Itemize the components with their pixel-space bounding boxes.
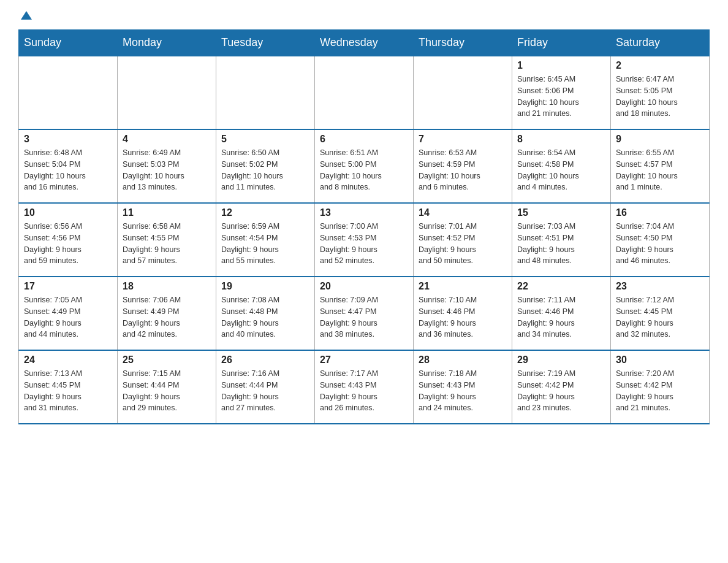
day-info: Sunrise: 7:16 AM Sunset: 4:44 PM Dayligh… xyxy=(221,368,309,414)
calendar-empty-cell xyxy=(118,56,216,129)
calendar-day-4: 4Sunrise: 6:49 AM Sunset: 5:03 PM Daylig… xyxy=(118,129,216,203)
calendar-empty-cell xyxy=(216,56,315,129)
day-number: 1 xyxy=(517,60,605,71)
calendar-day-5: 5Sunrise: 6:50 AM Sunset: 5:02 PM Daylig… xyxy=(216,129,315,203)
calendar-week-row: 24Sunrise: 7:13 AM Sunset: 4:45 PM Dayli… xyxy=(19,350,710,424)
day-info: Sunrise: 6:49 AM Sunset: 5:03 PM Dayligh… xyxy=(123,147,211,193)
day-info: Sunrise: 6:59 AM Sunset: 4:54 PM Dayligh… xyxy=(221,221,309,267)
day-number: 21 xyxy=(419,281,507,292)
weekday-header-saturday: Saturday xyxy=(611,30,710,56)
calendar-day-11: 11Sunrise: 6:58 AM Sunset: 4:55 PM Dayli… xyxy=(118,203,216,277)
day-number: 14 xyxy=(419,207,507,218)
day-info: Sunrise: 6:48 AM Sunset: 5:04 PM Dayligh… xyxy=(24,147,112,193)
day-number: 13 xyxy=(320,207,408,218)
day-number: 27 xyxy=(320,354,408,366)
calendar-day-23: 23Sunrise: 7:12 AM Sunset: 4:45 PM Dayli… xyxy=(611,277,710,350)
calendar-header-row: SundayMondayTuesdayWednesdayThursdayFrid… xyxy=(19,30,710,56)
day-number: 28 xyxy=(419,354,507,366)
weekday-header-thursday: Thursday xyxy=(414,30,512,56)
day-info: Sunrise: 7:18 AM Sunset: 4:43 PM Dayligh… xyxy=(419,368,507,414)
day-number: 24 xyxy=(24,354,112,366)
logo-triangle-icon xyxy=(20,9,33,22)
calendar-week-row: 3Sunrise: 6:48 AM Sunset: 5:04 PM Daylig… xyxy=(19,129,710,203)
day-info: Sunrise: 7:13 AM Sunset: 4:45 PM Dayligh… xyxy=(24,368,112,414)
day-info: Sunrise: 7:17 AM Sunset: 4:43 PM Dayligh… xyxy=(320,368,408,414)
day-number: 23 xyxy=(616,281,704,292)
calendar-day-16: 16Sunrise: 7:04 AM Sunset: 4:50 PM Dayli… xyxy=(611,203,710,277)
calendar-day-3: 3Sunrise: 6:48 AM Sunset: 5:04 PM Daylig… xyxy=(19,129,118,203)
day-info: Sunrise: 6:58 AM Sunset: 4:55 PM Dayligh… xyxy=(123,221,211,267)
day-number: 5 xyxy=(221,134,309,145)
calendar-table: SundayMondayTuesdayWednesdayThursdayFrid… xyxy=(18,29,710,424)
day-info: Sunrise: 7:01 AM Sunset: 4:52 PM Dayligh… xyxy=(419,221,507,267)
calendar-day-13: 13Sunrise: 7:00 AM Sunset: 4:53 PM Dayli… xyxy=(315,203,414,277)
day-number: 15 xyxy=(517,207,605,218)
calendar-day-17: 17Sunrise: 7:05 AM Sunset: 4:49 PM Dayli… xyxy=(19,277,118,350)
calendar-day-18: 18Sunrise: 7:06 AM Sunset: 4:49 PM Dayli… xyxy=(118,277,216,350)
calendar-week-row: 10Sunrise: 6:56 AM Sunset: 4:56 PM Dayli… xyxy=(19,203,710,277)
calendar-day-7: 7Sunrise: 6:53 AM Sunset: 4:59 PM Daylig… xyxy=(414,129,512,203)
day-number: 6 xyxy=(320,134,408,145)
calendar-empty-cell xyxy=(414,56,512,129)
day-info: Sunrise: 6:53 AM Sunset: 4:59 PM Dayligh… xyxy=(419,147,507,193)
day-info: Sunrise: 6:51 AM Sunset: 5:00 PM Dayligh… xyxy=(320,147,408,193)
calendar-day-8: 8Sunrise: 6:54 AM Sunset: 4:58 PM Daylig… xyxy=(512,129,611,203)
svg-marker-0 xyxy=(21,11,32,20)
calendar-day-6: 6Sunrise: 6:51 AM Sunset: 5:00 PM Daylig… xyxy=(315,129,414,203)
day-number: 30 xyxy=(616,354,704,366)
day-number: 2 xyxy=(616,60,704,71)
day-number: 4 xyxy=(123,134,211,145)
weekday-header-monday: Monday xyxy=(118,30,216,56)
day-number: 7 xyxy=(419,134,507,145)
day-info: Sunrise: 7:04 AM Sunset: 4:50 PM Dayligh… xyxy=(616,221,704,267)
day-number: 10 xyxy=(24,207,112,218)
day-info: Sunrise: 7:12 AM Sunset: 4:45 PM Dayligh… xyxy=(616,294,704,340)
calendar-day-30: 30Sunrise: 7:20 AM Sunset: 4:42 PM Dayli… xyxy=(611,350,710,424)
day-info: Sunrise: 7:08 AM Sunset: 4:48 PM Dayligh… xyxy=(221,294,309,340)
day-info: Sunrise: 6:50 AM Sunset: 5:02 PM Dayligh… xyxy=(221,147,309,193)
calendar-day-24: 24Sunrise: 7:13 AM Sunset: 4:45 PM Dayli… xyxy=(19,350,118,424)
calendar-day-9: 9Sunrise: 6:55 AM Sunset: 4:57 PM Daylig… xyxy=(611,129,710,203)
calendar-empty-cell xyxy=(19,56,118,129)
day-info: Sunrise: 6:47 AM Sunset: 5:05 PM Dayligh… xyxy=(616,74,704,120)
day-number: 3 xyxy=(24,134,112,145)
calendar-day-21: 21Sunrise: 7:10 AM Sunset: 4:46 PM Dayli… xyxy=(414,277,512,350)
day-info: Sunrise: 7:05 AM Sunset: 4:49 PM Dayligh… xyxy=(24,294,112,340)
day-number: 26 xyxy=(221,354,309,366)
day-number: 29 xyxy=(517,354,605,366)
calendar-day-22: 22Sunrise: 7:11 AM Sunset: 4:46 PM Dayli… xyxy=(512,277,611,350)
day-info: Sunrise: 6:55 AM Sunset: 4:57 PM Dayligh… xyxy=(616,147,704,193)
day-number: 20 xyxy=(320,281,408,292)
calendar-day-1: 1Sunrise: 6:45 AM Sunset: 5:06 PM Daylig… xyxy=(512,56,611,129)
day-number: 8 xyxy=(517,134,605,145)
day-info: Sunrise: 7:09 AM Sunset: 4:47 PM Dayligh… xyxy=(320,294,408,340)
calendar-day-26: 26Sunrise: 7:16 AM Sunset: 4:44 PM Dayli… xyxy=(216,350,315,424)
day-info: Sunrise: 7:11 AM Sunset: 4:46 PM Dayligh… xyxy=(517,294,605,340)
day-info: Sunrise: 6:54 AM Sunset: 4:58 PM Dayligh… xyxy=(517,147,605,193)
day-info: Sunrise: 7:15 AM Sunset: 4:44 PM Dayligh… xyxy=(123,368,211,414)
calendar-day-14: 14Sunrise: 7:01 AM Sunset: 4:52 PM Dayli… xyxy=(414,203,512,277)
calendar-day-15: 15Sunrise: 7:03 AM Sunset: 4:51 PM Dayli… xyxy=(512,203,611,277)
day-number: 17 xyxy=(24,281,112,292)
day-info: Sunrise: 7:10 AM Sunset: 4:46 PM Dayligh… xyxy=(419,294,507,340)
calendar-day-19: 19Sunrise: 7:08 AM Sunset: 4:48 PM Dayli… xyxy=(216,277,315,350)
calendar-day-12: 12Sunrise: 6:59 AM Sunset: 4:54 PM Dayli… xyxy=(216,203,315,277)
calendar-day-28: 28Sunrise: 7:18 AM Sunset: 4:43 PM Dayli… xyxy=(414,350,512,424)
day-number: 18 xyxy=(123,281,211,292)
calendar-empty-cell xyxy=(315,56,414,129)
day-info: Sunrise: 7:19 AM Sunset: 4:42 PM Dayligh… xyxy=(517,368,605,414)
day-info: Sunrise: 6:56 AM Sunset: 4:56 PM Dayligh… xyxy=(24,221,112,267)
day-number: 12 xyxy=(221,207,309,218)
day-number: 19 xyxy=(221,281,309,292)
logo xyxy=(18,12,33,20)
day-info: Sunrise: 7:20 AM Sunset: 4:42 PM Dayligh… xyxy=(616,368,704,414)
calendar-day-27: 27Sunrise: 7:17 AM Sunset: 4:43 PM Dayli… xyxy=(315,350,414,424)
day-info: Sunrise: 7:00 AM Sunset: 4:53 PM Dayligh… xyxy=(320,221,408,267)
day-info: Sunrise: 7:03 AM Sunset: 4:51 PM Dayligh… xyxy=(517,221,605,267)
day-number: 16 xyxy=(616,207,704,218)
day-number: 22 xyxy=(517,281,605,292)
day-number: 11 xyxy=(123,207,211,218)
day-info: Sunrise: 7:06 AM Sunset: 4:49 PM Dayligh… xyxy=(123,294,211,340)
page-header xyxy=(18,12,710,20)
calendar-day-10: 10Sunrise: 6:56 AM Sunset: 4:56 PM Dayli… xyxy=(19,203,118,277)
